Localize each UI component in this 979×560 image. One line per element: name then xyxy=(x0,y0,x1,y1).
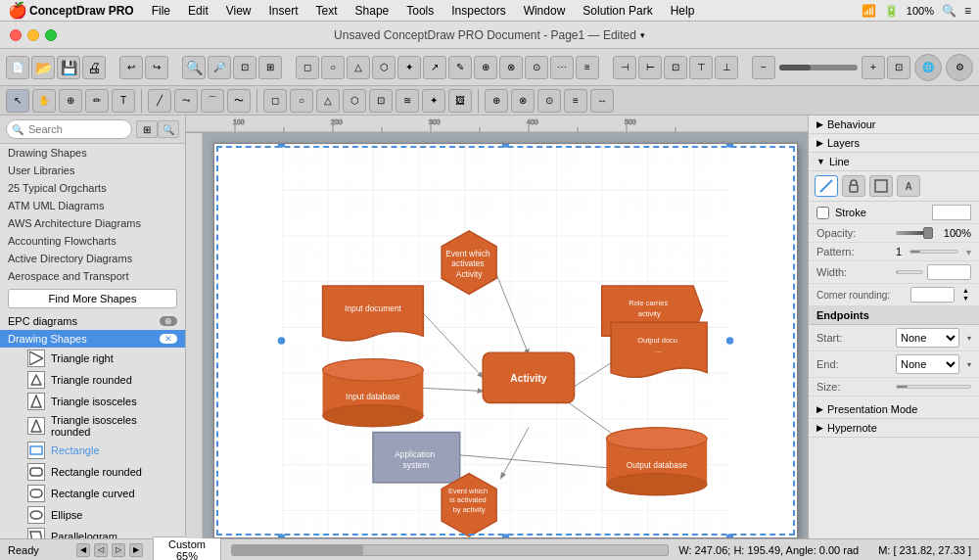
shape-rectangle[interactable]: Rectangle xyxy=(0,440,185,461)
grid-view-btn[interactable]: ⊞ xyxy=(136,120,158,138)
new-button[interactable]: 📄 xyxy=(6,56,29,79)
page-prev-btn[interactable]: ◁ xyxy=(94,543,108,557)
align-left-btn[interactable]: ⊣ xyxy=(613,56,636,79)
stamp-tool[interactable]: ✦ xyxy=(422,89,445,113)
shape-triangle-right[interactable]: Triangle right xyxy=(0,348,185,369)
opacity-slider[interactable] xyxy=(896,231,933,235)
section-aws[interactable]: AWS Architecture Diagrams xyxy=(0,214,185,232)
search-icon[interactable]: 🔍 xyxy=(942,4,956,18)
pen-tool[interactable]: ✏ xyxy=(85,89,109,113)
shape-tool1[interactable]: ◻ xyxy=(263,89,287,113)
shape-btn4[interactable]: ⬡ xyxy=(372,56,396,79)
section-atm-uml[interactable]: ATM UML Diagrams xyxy=(0,197,185,214)
shape-btn3[interactable]: △ xyxy=(347,56,370,79)
corner-rounding-input[interactable]: 2.5 mm xyxy=(910,287,955,303)
horizontal-scrollbar[interactable] xyxy=(231,544,669,556)
minimize-button[interactable] xyxy=(27,29,39,41)
line-tool[interactable]: ╱ xyxy=(148,89,171,113)
curve-tool[interactable]: ⌒ xyxy=(201,89,224,113)
shape-ellipse[interactable]: Ellipse xyxy=(0,504,185,526)
redo-button[interactable]: ↪ xyxy=(145,56,168,79)
zoom-minus-btn[interactable]: − xyxy=(752,56,775,79)
spline-tool[interactable]: 〜 xyxy=(227,89,251,113)
find-more-shapes-btn[interactable]: Find More Shapes xyxy=(8,289,177,308)
align-bottom-btn[interactable]: ⊥ xyxy=(715,56,738,79)
shape-tool4[interactable]: ⬡ xyxy=(343,89,366,113)
menu-solution-park[interactable]: Solution Park xyxy=(575,0,660,22)
format-tool[interactable]: ≋ xyxy=(396,89,419,113)
scroll-right-btn[interactable]: ▶ xyxy=(129,543,143,557)
section-user-libraries[interactable]: User Libraries xyxy=(0,162,185,179)
presentation-mode-section[interactable]: ▶ Presentation Mode xyxy=(809,400,979,419)
width-input[interactable]: 1 pix xyxy=(927,264,971,280)
size-slider[interactable] xyxy=(896,385,971,389)
tab-fill[interactable] xyxy=(869,175,893,197)
search-btn[interactable]: 🔍 xyxy=(158,120,179,138)
end-select[interactable]: None xyxy=(896,354,959,374)
menu-inspectors[interactable]: Inspectors xyxy=(443,0,513,22)
shape-btn8[interactable]: ⊕ xyxy=(474,56,497,79)
shape-btn7[interactable]: ✎ xyxy=(448,56,472,79)
tab-line-style[interactable] xyxy=(815,175,838,197)
page-next-btn[interactable]: ▷ xyxy=(112,543,125,557)
shape-btn11[interactable]: ⋯ xyxy=(550,56,574,79)
hand-tool[interactable]: ✋ xyxy=(32,89,56,113)
tab-lock[interactable] xyxy=(842,175,865,197)
grid-btn[interactable]: ⊞ xyxy=(258,56,282,79)
image-tool[interactable]: 🖼 xyxy=(448,89,472,113)
section-accounting[interactable]: Accounting Flowcharts xyxy=(0,232,185,250)
shape-triangle-iso-rounded[interactable]: Triangle isosceles rounded xyxy=(0,412,185,440)
select-tool[interactable]: ↖ xyxy=(6,89,29,113)
zoom-level[interactable]: Custom 65% xyxy=(153,537,221,561)
zoom-slider[interactable] xyxy=(779,65,858,70)
shape-btn6[interactable]: ↗ xyxy=(423,56,446,79)
search-input[interactable] xyxy=(6,119,132,139)
hypernote-section[interactable]: ▶ Hypernote xyxy=(809,419,979,438)
shape-tool2[interactable]: ○ xyxy=(290,89,313,113)
text-tool[interactable]: T xyxy=(112,89,135,113)
print-button[interactable]: 🖨 xyxy=(82,56,106,79)
layers-section[interactable]: ▶ Layers xyxy=(809,134,979,153)
corner-stepper[interactable]: ▲ ▼ xyxy=(962,287,969,303)
section-drawing-shapes[interactable]: Drawing Shapes xyxy=(0,144,185,162)
shape-tool3[interactable]: △ xyxy=(316,89,340,113)
menu-window[interactable]: Window xyxy=(516,0,574,22)
section-aerospace[interactable]: Aerospace and Transport xyxy=(0,267,185,285)
extra-tool5[interactable]: ↔ xyxy=(590,89,614,113)
width-slider[interactable] xyxy=(896,270,923,274)
open-button[interactable]: 📂 xyxy=(31,56,55,79)
shape-btn2[interactable]: ○ xyxy=(321,56,345,79)
align-center-btn[interactable]: ⊢ xyxy=(638,56,662,79)
shape-triangle-rounded[interactable]: Triangle rounded xyxy=(0,369,185,391)
extra-tool1[interactable]: ⊕ xyxy=(485,89,508,113)
close-button[interactable] xyxy=(10,29,22,41)
drawing-shapes-category[interactable]: Drawing Shapes ✕ xyxy=(0,330,185,348)
tab-text[interactable]: A xyxy=(897,175,920,197)
zoom-plus-btn[interactable]: + xyxy=(862,56,885,79)
align-right-btn[interactable]: ⊡ xyxy=(664,56,687,79)
epc-diagrams-category[interactable]: EPC diagrams ⊕ xyxy=(0,312,185,330)
shape-btn10[interactable]: ⊙ xyxy=(525,56,548,79)
menu-edit[interactable]: Edit xyxy=(180,0,216,22)
align-top-btn[interactable]: ⊤ xyxy=(689,56,713,79)
section-25-typical[interactable]: 25 Typical Orgcharts xyxy=(0,179,185,197)
connector-tool[interactable]: ⤳ xyxy=(174,89,198,113)
zoom-out-btn[interactable]: 🔎 xyxy=(208,56,231,79)
section-active-directory[interactable]: Active Directory Diagrams xyxy=(0,250,185,267)
maximize-button[interactable] xyxy=(45,29,57,41)
crop-tool[interactable]: ⊡ xyxy=(369,89,393,113)
shape-btn9[interactable]: ⊗ xyxy=(499,56,523,79)
menu-insert[interactable]: Insert xyxy=(261,0,306,22)
shape-rect-rounded[interactable]: Rectangle rounded xyxy=(0,461,185,483)
extra-tool4[interactable]: ≡ xyxy=(564,89,587,113)
zoom-tool[interactable]: ⊕ xyxy=(59,89,82,113)
pattern-slider[interactable] xyxy=(909,250,958,254)
diagram-canvas[interactable]: Event which activates Activity Input doc… xyxy=(213,143,798,538)
shape-triangle-isosceles[interactable]: Triangle isosceles xyxy=(0,391,185,412)
menu-tools[interactable]: Tools xyxy=(398,0,442,22)
save-button[interactable]: 💾 xyxy=(57,56,80,79)
start-select[interactable]: None xyxy=(896,328,959,348)
menu-shape[interactable]: Shape xyxy=(348,0,397,22)
canvas-area[interactable]: 100 200 300 400 500 xyxy=(186,116,808,538)
scroll-left-btn[interactable]: ◀ xyxy=(76,543,90,557)
